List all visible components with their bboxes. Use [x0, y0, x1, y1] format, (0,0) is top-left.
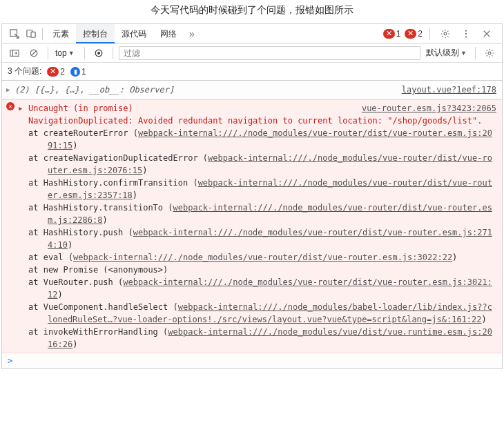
- stack-at: at invokeWithErrorHandling (: [28, 327, 168, 337]
- stack-close: ): [72, 141, 77, 150]
- tab-console[interactable]: 控制台: [76, 24, 115, 43]
- issues-info-count: 1: [81, 67, 86, 77]
- console-prompt[interactable]: >: [2, 353, 502, 368]
- close-icon[interactable]: [478, 26, 495, 42]
- stack-frame: at VueComponent.handleSelect (webpack-in…: [28, 301, 496, 326]
- chevron-down-icon: ▼: [68, 50, 75, 57]
- stack-at: at VueRouter.push (: [28, 277, 123, 287]
- disclosure-triangle-icon[interactable]: ▶: [6, 83, 10, 96]
- stack-close: ): [102, 215, 107, 225]
- sidebar-toggle-icon[interactable]: [6, 45, 23, 61]
- stack-link[interactable]: webpack-internal:///./node_modules/vue-r…: [73, 253, 452, 262]
- info-dot-icon: ▮: [70, 67, 80, 77]
- error-header: Uncaught (in promise) vue-router.esm.js?…: [28, 102, 496, 115]
- warn-dot-icon: ✕: [405, 29, 416, 39]
- stack-frame: at VueRouter.push (webpack-internal:///.…: [28, 276, 496, 301]
- stack-close: ): [133, 190, 137, 200]
- devtools-panel: 元素 控制台 源代码 网络 » ✕ 1 ✕ 2: [1, 23, 503, 369]
- stack-close: ): [142, 166, 147, 175]
- stack-at: at VueComponent.handleSelect (: [28, 302, 178, 312]
- stack-at: at createRouterError (: [28, 128, 138, 138]
- stack-close: ): [452, 253, 457, 262]
- issues-bar: 3 个问题: ✕ 2 ▮ 1: [2, 63, 502, 81]
- context-selector[interactable]: top ▼: [54, 46, 79, 60]
- stack-frame: at createNavigationDuplicatedError (webp…: [28, 152, 496, 177]
- error-source-link[interactable]: vue-router.esm.js?3423:2065: [362, 102, 496, 115]
- stack-at: at createNavigationDuplicatedError (: [28, 153, 208, 163]
- stack-frame: at createRouterError (webpack-internal:/…: [28, 127, 496, 152]
- svg-rect-2: [31, 32, 35, 37]
- devtools-tabbar: 元素 控制台 源代码 网络 » ✕ 1 ✕ 2: [2, 24, 502, 43]
- error-count: 1: [396, 29, 401, 39]
- tab-sources[interactable]: 源代码: [115, 24, 153, 43]
- stack-close: ): [68, 240, 72, 250]
- stack-at: at HashHistory.push (: [28, 228, 133, 237]
- error-dot-icon: ✕: [47, 67, 59, 77]
- separator: [113, 47, 113, 59]
- error-icon: ✕: [6, 102, 14, 110]
- tab-network[interactable]: 网络: [153, 24, 184, 43]
- error-badge[interactable]: ✕ 1: [383, 29, 401, 39]
- stack-frame: at HashHistory.confirmTransition (webpac…: [28, 177, 496, 201]
- console-settings-icon[interactable]: [481, 45, 498, 61]
- svg-point-3: [444, 32, 447, 35]
- issues-error-count: 2: [60, 67, 65, 77]
- live-expression-icon[interactable]: [90, 45, 107, 61]
- svg-point-6: [465, 36, 467, 37]
- stack-close: ): [482, 315, 487, 324]
- log-entry[interactable]: ▶ (2) [{…}, {…}, __ob__: Observer] layou…: [2, 81, 502, 99]
- error-title: Uncaught (in promise): [28, 102, 133, 115]
- device-toggle-icon[interactable]: [23, 26, 39, 42]
- svg-point-10: [97, 52, 100, 55]
- svg-point-11: [488, 52, 491, 55]
- warn-count: 2: [418, 29, 423, 39]
- more-tabs-icon[interactable]: »: [184, 26, 200, 42]
- stack-close: ): [57, 290, 62, 299]
- inspect-icon[interactable]: [6, 26, 23, 42]
- tabbar-right: ✕ 1 ✕ 2: [383, 26, 498, 42]
- separator: [475, 47, 476, 59]
- filter-input[interactable]: [119, 46, 420, 60]
- error-entry[interactable]: ✕ ▶ Uncaught (in promise) vue-router.esm…: [2, 99, 502, 353]
- disclosure-triangle-icon[interactable]: ▶: [19, 102, 22, 115]
- warn-badge[interactable]: ✕ 2: [405, 29, 423, 39]
- log-source-link[interactable]: layout.vue?1eef:178: [402, 83, 496, 96]
- stack-at: at new Promise (<anonymous>): [28, 265, 168, 275]
- stack-at: at HashHistory.transitionTo (: [28, 203, 173, 213]
- stack-frame: at HashHistory.transitionTo (webpack-int…: [28, 201, 496, 226]
- console-body: ▶ (2) [{…}, {…}, __ob__: Observer] layou…: [2, 81, 502, 368]
- error-message: NavigationDuplicated: Avoided redundant …: [28, 115, 496, 127]
- stack-at: at HashHistory.confirmTransition (: [28, 178, 198, 188]
- clear-console-icon[interactable]: [26, 45, 42, 61]
- svg-point-5: [465, 32, 467, 34]
- error-stack: at createRouterError (webpack-internal:/…: [28, 127, 496, 351]
- stack-frame: at eval (webpack-internal:///./node_modu…: [28, 251, 496, 264]
- issues-info-badge[interactable]: ▮ 1: [70, 67, 86, 77]
- error-dot-icon: ✕: [383, 29, 395, 39]
- stack-frame: at new Promise (<anonymous>): [28, 264, 496, 276]
- kebab-menu-icon[interactable]: [458, 26, 474, 42]
- log-text: (2) [{…}, {…}, __ob__: Observer]: [14, 83, 174, 96]
- stack-frame: at HashHistory.push (webpack-internal://…: [28, 226, 496, 251]
- stack-close: ): [72, 340, 77, 349]
- separator: [429, 28, 430, 40]
- console-toolbar: top ▼ 默认级别 ▼: [2, 43, 502, 63]
- context-value: top: [55, 48, 67, 58]
- level-selector[interactable]: 默认级别 ▼: [423, 46, 469, 60]
- settings-icon[interactable]: [437, 26, 454, 42]
- page-heading: 今天写代码的时候碰到了个问题，报错如图所示: [0, 0, 504, 22]
- separator: [48, 47, 48, 59]
- stack-at: at eval (: [28, 253, 73, 262]
- chevron-down-icon: ▼: [461, 50, 467, 57]
- stack-frame: at invokeWithErrorHandling (webpack-inte…: [28, 326, 496, 351]
- tab-elements[interactable]: 元素: [46, 24, 76, 43]
- issues-error-badge[interactable]: ✕ 2: [47, 67, 65, 77]
- separator: [42, 28, 43, 40]
- issues-label: 3 个问题:: [8, 66, 41, 77]
- svg-point-4: [465, 30, 467, 31]
- separator: [84, 47, 85, 59]
- level-label: 默认级别: [426, 47, 459, 59]
